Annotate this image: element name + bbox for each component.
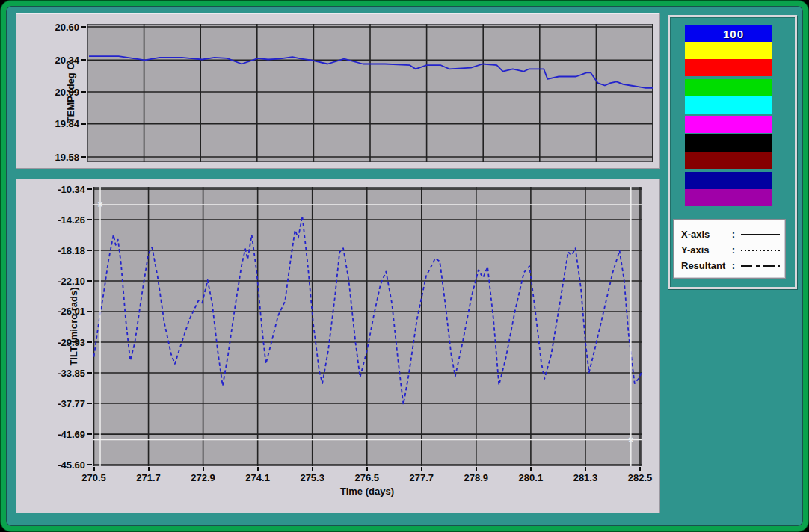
tilt-x-tick-label: 281.3 xyxy=(562,472,609,483)
tilt-x-tick-mark xyxy=(421,467,422,471)
tilt-x-tick-label: 271.7 xyxy=(125,472,173,483)
tilt-y-tick-label: -22.10 xyxy=(16,275,92,287)
legend-row-y-axis: Y-axis : xyxy=(681,242,785,258)
color-scale-item-cyan[interactable] xyxy=(685,96,772,114)
tilt-x-tick-label: 277.7 xyxy=(398,472,446,483)
tilt-y-tick-label: -26.01 xyxy=(16,306,92,318)
tilt-x-tick-label: 270.5 xyxy=(70,472,118,483)
tilt-y-tick-label: -41.69 xyxy=(16,428,92,440)
time-axis-title: Time (days) xyxy=(340,486,394,497)
tilt-x-tick-label: 278.9 xyxy=(452,472,500,483)
color-scale-panel: 100 X-axis : Y-axis : Resultant : xyxy=(668,15,797,289)
tilt-x-tick-label: 274.1 xyxy=(234,472,282,483)
legend-separator: : xyxy=(729,229,738,240)
legend-row-x-axis: X-axis : xyxy=(681,226,785,242)
temp-y-tick-label: 20.60 xyxy=(16,21,86,33)
tilt-chart-panel: TILT (micro rads) -10.34-14.26-18.18-22.… xyxy=(16,179,660,513)
tilt-x-tick-mark xyxy=(93,467,95,471)
tilt-x-tick-mark xyxy=(530,467,532,471)
tilt-plot-area[interactable]: ×× xyxy=(93,187,642,466)
temp-y-tick-label: 19.84 xyxy=(16,118,86,130)
temp-y-tick-label: 20.09 xyxy=(16,86,86,98)
tilt-x-tick-mark xyxy=(639,467,641,471)
legend-separator: : xyxy=(729,244,738,256)
color-scale-item-black[interactable] xyxy=(685,134,772,152)
temp-y-tick-label: 20.34 xyxy=(16,54,86,66)
tilt-x-tick-mark xyxy=(312,467,313,471)
color-scale-item-red[interactable] xyxy=(685,59,772,76)
tilt-x-tick-mark xyxy=(476,467,477,471)
cursor-2-marker[interactable]: × xyxy=(628,435,633,445)
color-scale-item-green[interactable] xyxy=(685,79,772,96)
tilt-x-tick-label: 280.1 xyxy=(507,472,555,483)
tilt-x-tick-mark xyxy=(257,467,259,471)
tilt-y-tick-label: -29.93 xyxy=(16,336,92,348)
color-scale: 100 xyxy=(685,25,772,206)
cursor-1-marker[interactable]: × xyxy=(98,200,103,210)
tilt-y-tick-label: -45.60 xyxy=(16,459,92,471)
tilt-x-tick-label: 272.9 xyxy=(179,472,227,483)
color-scale-item-yellow[interactable] xyxy=(685,42,772,59)
tilt-y-axis-title: TILT (micro rads) xyxy=(68,287,79,365)
tilt-x-tick-label: 275.3 xyxy=(289,472,336,483)
color-scale-max-label: 100 xyxy=(685,27,772,40)
color-scale-item-blue[interactable]: 100 xyxy=(685,25,772,42)
dashdot-line-sample xyxy=(741,265,780,267)
color-scale-item-purple[interactable] xyxy=(685,189,772,206)
tilt-y-tick-label: -33.85 xyxy=(16,367,92,379)
tilt-y-tick-label: -10.34 xyxy=(16,183,92,195)
tilt-y-tick-label: -18.18 xyxy=(16,244,92,256)
tilt-x-tick-mark xyxy=(148,467,150,471)
dotted-line-sample xyxy=(741,250,780,251)
legend-separator: : xyxy=(729,260,738,271)
temp-y-tick-label: 19.58 xyxy=(16,151,86,163)
tilt-x-tick-mark xyxy=(585,467,586,471)
legend-row-resultant: Resultant : xyxy=(681,258,785,273)
temp-chart-panel: TEMP (deg C) 20.6020.3420.0919.8419.58 xyxy=(16,13,660,169)
tilt-y-tick-label: -14.26 xyxy=(16,214,92,226)
color-scale-item-navy[interactable] xyxy=(685,172,772,189)
tilt-x-tick-mark xyxy=(366,467,368,471)
legend-label: Y-axis xyxy=(681,244,729,256)
legend-label: X-axis xyxy=(681,229,729,240)
tilt-x-tick-label: 276.5 xyxy=(343,472,391,483)
color-scale-item-maroon[interactable] xyxy=(685,152,772,169)
front-panel-background: TEMP (deg C) 20.6020.3420.0919.8419.58 T… xyxy=(1,1,808,531)
app-window: TEMP (deg C) 20.6020.3420.0919.8419.58 T… xyxy=(0,0,809,532)
tilt-y-tick-label: -37.77 xyxy=(16,398,92,409)
tilt-x-tick-label: 282.5 xyxy=(616,472,664,483)
tilt-x-tick-mark xyxy=(203,467,204,471)
line-style-legend: X-axis : Y-axis : Resultant : xyxy=(673,219,786,279)
color-scale-item-magenta[interactable] xyxy=(685,116,772,133)
solid-line-sample xyxy=(741,234,780,235)
temp-plot-area[interactable] xyxy=(87,24,653,162)
legend-label: Resultant xyxy=(681,260,729,271)
